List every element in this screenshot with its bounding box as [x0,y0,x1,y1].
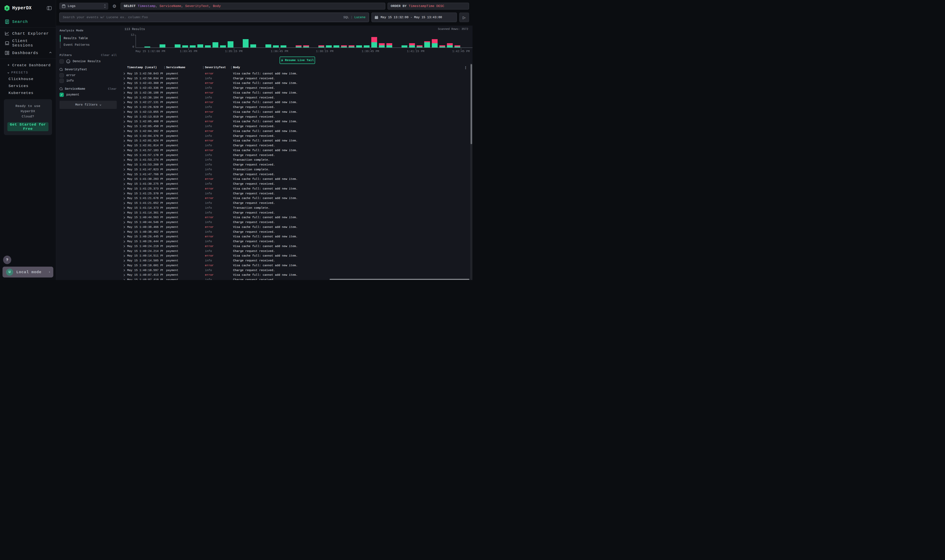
scrollbar-thumb[interactable] [470,64,472,144]
sidebar-item-search[interactable]: Search [0,17,56,26]
row-expand-chevron-icon[interactable] [123,135,125,137]
vertical-scrollbar[interactable] [470,63,472,280]
sidebar-item-dashboards[interactable]: Dashboards [0,49,56,57]
histogram-bar[interactable] [174,35,181,48]
sidebar-collapse-icon[interactable] [47,6,52,10]
log-row[interactable]: May 15 1:40:14.511 PM payment error Visa… [120,254,470,258]
row-expand-chevron-icon[interactable] [123,111,125,113]
filter-option[interactable]: ✓ payment [60,92,117,97]
row-expand-chevron-icon[interactable] [123,178,125,180]
select-clause-input[interactable]: SELECT Timestamp, ServiceName, SeverityT… [120,3,385,9]
sidebar-item-client-sessions[interactable]: Client Sessions [0,39,56,48]
log-row[interactable]: May 15 1:41:21.652 PM payment info Charg… [120,201,470,206]
filter-option[interactable]: info [60,78,117,83]
histogram-bar[interactable] [401,35,408,48]
histogram-bar[interactable] [151,35,159,48]
row-expand-chevron-icon[interactable] [123,106,125,108]
histogram-bar[interactable] [385,35,393,48]
log-row[interactable]: May 15 1:42:50.834 PM payment info Charg… [120,76,470,81]
log-row[interactable]: May 15 1:42:26.920 PM payment info Charg… [120,105,470,110]
log-row[interactable]: May 15 1:41:25.370 PM payment info Charg… [120,191,470,196]
log-row[interactable]: May 15 1:42:27.131 PM payment error Visa… [120,100,470,105]
row-expand-chevron-icon[interactable] [123,73,125,75]
log-row[interactable]: May 15 1:40:10.601 PM payment error Visa… [120,263,470,268]
histogram-bar[interactable] [423,35,431,48]
row-expand-chevron-icon[interactable] [123,92,125,94]
row-expand-chevron-icon[interactable] [123,235,125,238]
row-expand-chevron-icon[interactable] [123,87,125,89]
search-box[interactable]: SQL | Lucene [59,12,369,22]
sidebar-item-chart-explorer[interactable]: Chart Explorer [0,29,56,38]
histogram-bar[interactable] [370,35,378,48]
log-row[interactable]: May 15 1:41:57.183 PM payment error Visa… [120,148,470,153]
row-expand-chevron-icon[interactable] [123,265,125,267]
log-row[interactable]: May 15 1:41:47.823 PM payment info Trans… [120,167,470,172]
analysis-mode-option[interactable]: Event Patterns [60,42,117,48]
histogram-bar[interactable] [257,35,264,48]
preset-dashboard-link[interactable]: Services [0,83,56,89]
row-expand-chevron-icon[interactable] [123,120,125,123]
log-row[interactable]: May 15 1:42:36.184 PM payment info Charg… [120,95,470,100]
row-expand-chevron-icon[interactable] [123,116,125,118]
log-row[interactable]: May 15 1:42:01.814 PM payment info Charg… [120,143,470,148]
row-expand-chevron-icon[interactable] [123,250,125,252]
clear-all-link[interactable]: Clear all [101,54,117,57]
histogram-bar[interactable] [333,35,340,48]
histogram-bar[interactable] [287,35,295,48]
source-select[interactable]: Logs [59,3,108,9]
column-header-body[interactable]: Body [233,66,470,69]
row-expand-chevron-icon[interactable] [123,82,125,84]
chevron-up-icon[interactable] [49,52,51,54]
histogram-bar[interactable] [264,35,272,48]
run-query-button[interactable]: ▷ [459,12,469,22]
row-expand-chevron-icon[interactable] [123,197,125,199]
log-row[interactable]: May 15 1:41:14.373 PM payment info Trans… [120,206,470,211]
histogram-bar[interactable] [363,35,370,48]
histogram-bar[interactable] [136,35,143,48]
histogram-bar[interactable] [295,35,302,48]
row-expand-chevron-icon[interactable] [123,188,125,190]
histogram-bar[interactable] [189,35,196,48]
histogram-bar[interactable] [393,35,401,48]
row-expand-chevron-icon[interactable] [123,202,125,204]
histogram-bar[interactable] [143,35,151,48]
row-expand-chevron-icon[interactable] [123,173,125,175]
row-expand-chevron-icon[interactable] [123,269,125,271]
order-by-input[interactable]: ORDER BY TimestampTime DESC [388,3,469,9]
histogram-bar[interactable] [272,35,280,48]
filter-checkbox[interactable]: ✓ [60,92,64,97]
presets-toggle[interactable]: PRESETS [0,69,56,75]
histogram-bar[interactable] [340,35,348,48]
log-row[interactable]: May 15 1:40:38.462 PM payment info Charg… [120,229,470,234]
help-button[interactable]: ? [3,255,11,264]
row-expand-chevron-icon[interactable] [123,245,125,248]
row-expand-chevron-icon[interactable] [123,102,125,103]
log-row[interactable]: May 15 1:40:26.444 PM payment info Charg… [120,239,470,244]
column-divider-icon[interactable]: ⋮ [202,66,205,69]
histogram-bar[interactable] [416,35,423,48]
log-row[interactable]: May 15 1:41:53.260 PM payment info Charg… [120,162,470,167]
filter-option[interactable]: error [60,73,117,77]
row-expand-chevron-icon[interactable] [123,125,125,128]
log-row[interactable]: May 15 1:41:25.373 PM payment error Visa… [120,186,470,191]
histogram-bar[interactable] [446,35,453,48]
horizontal-scrollbar-thumb[interactable] [330,279,469,280]
histogram-bar[interactable] [204,35,211,48]
log-row[interactable]: May 15 1:42:43.360 PM payment error Visa… [120,81,470,86]
table-options-kebab-icon[interactable]: ⋮ [464,66,467,70]
log-row[interactable]: May 15 1:42:01.824 PM payment error Visa… [120,138,470,143]
row-expand-chevron-icon[interactable] [123,260,125,262]
histogram-bar[interactable] [408,35,416,48]
log-row[interactable]: May 15 1:42:04.376 PM payment info Charg… [120,134,470,138]
log-row[interactable]: May 15 1:42:13.055 PM payment error Visa… [120,110,470,114]
histogram-bar[interactable] [431,35,438,48]
row-expand-chevron-icon[interactable] [123,140,125,142]
more-filters-button[interactable]: More filters [60,101,117,109]
row-expand-chevron-icon[interactable] [123,154,125,156]
row-expand-chevron-icon[interactable] [123,192,125,195]
log-row[interactable]: May 15 1:41:30.275 PM payment info Charg… [120,182,470,186]
log-row[interactable]: May 15 1:41:47.766 PM payment info Charg… [120,172,470,177]
histogram-bar[interactable] [280,35,287,48]
column-divider-icon[interactable]: ⋮ [163,66,166,69]
histogram-bar[interactable] [355,35,363,48]
